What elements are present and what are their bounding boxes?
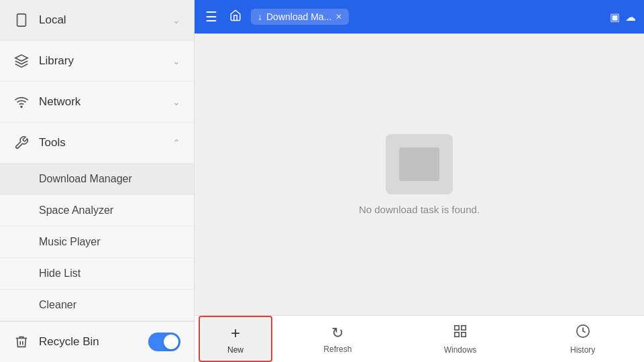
refresh-button[interactable]: ↻ Refresh bbox=[276, 316, 399, 362]
sidebar-item-music-player[interactable]: Music Player bbox=[0, 227, 194, 258]
history-icon bbox=[576, 324, 590, 343]
svg-point-3 bbox=[21, 106, 22, 107]
history-button[interactable]: History bbox=[521, 316, 644, 362]
history-label: History bbox=[570, 345, 595, 355]
sidebar-item-cleaner[interactable]: Cleaner bbox=[0, 290, 194, 321]
library-label: Library bbox=[39, 54, 74, 68]
windows-button[interactable]: Windows bbox=[399, 316, 522, 362]
download-manager-tab[interactable]: ↓ Download Ma... ✕ bbox=[251, 9, 349, 25]
hamburger-icon[interactable]: ☰ bbox=[203, 6, 220, 27]
bottom-toolbar: + New ↻ Refresh Windows History bbox=[195, 315, 644, 362]
content-area: No download task is found. bbox=[195, 34, 644, 315]
wifi-icon bbox=[13, 94, 30, 110]
wrench-icon bbox=[13, 135, 30, 151]
svg-rect-0 bbox=[17, 14, 26, 26]
empty-state-icon bbox=[386, 134, 453, 194]
refresh-icon: ↻ bbox=[331, 324, 343, 342]
trash-icon bbox=[13, 334, 30, 350]
window-icon[interactable]: ▣ bbox=[610, 11, 620, 23]
library-chevron: ⌄ bbox=[172, 56, 180, 66]
network-label: Network bbox=[39, 95, 80, 109]
tools-submenu: Download Manager Space Analyzer Music Pl… bbox=[0, 164, 194, 321]
recycle-bin-label: Recycle Bin bbox=[39, 335, 99, 349]
download-arrow-icon: ↓ bbox=[258, 11, 262, 22]
recycle-bin-toggle[interactable] bbox=[148, 333, 180, 351]
svg-rect-7 bbox=[462, 332, 466, 336]
tab-label: Download Ma... bbox=[266, 11, 331, 22]
new-button[interactable]: + New bbox=[199, 316, 272, 362]
local-label: Local bbox=[39, 13, 66, 27]
layers-icon bbox=[13, 53, 30, 69]
empty-icon-inner bbox=[399, 147, 439, 181]
phone-icon bbox=[13, 12, 30, 28]
svg-rect-6 bbox=[455, 332, 459, 336]
windows-icon bbox=[453, 324, 468, 343]
sidebar: Local ⌄ Library ⌄ Network ⌄ bbox=[0, 0, 195, 362]
sidebar-item-network[interactable]: Network ⌄ bbox=[0, 82, 194, 123]
svg-rect-4 bbox=[455, 325, 459, 329]
empty-message: No download task is found. bbox=[359, 204, 480, 215]
refresh-label: Refresh bbox=[323, 345, 352, 354]
local-chevron: ⌄ bbox=[172, 15, 180, 25]
windows-label: Windows bbox=[444, 345, 477, 355]
sidebar-item-tools[interactable]: Tools ⌃ bbox=[0, 123, 194, 164]
sidebar-item-download-manager[interactable]: Download Manager bbox=[0, 164, 194, 195]
home-icon[interactable] bbox=[227, 7, 244, 27]
sidebar-item-space-analyzer[interactable]: Space Analyzer bbox=[0, 195, 194, 227]
network-chevron: ⌄ bbox=[172, 97, 180, 107]
top-bar-right: ▣ ☁ bbox=[610, 11, 636, 23]
top-bar: ☰ ↓ Download Ma... ✕ ▣ ☁ bbox=[195, 0, 644, 34]
plus-icon: + bbox=[231, 324, 240, 343]
new-label: New bbox=[227, 345, 244, 355]
sidebar-item-local[interactable]: Local ⌄ bbox=[0, 0, 194, 41]
sidebar-recycle-bin[interactable]: Recycle Bin bbox=[0, 321, 194, 362]
svg-rect-5 bbox=[462, 325, 466, 329]
sidebar-item-hide-list[interactable]: Hide List bbox=[0, 258, 194, 290]
sidebar-item-library[interactable]: Library ⌄ bbox=[0, 41, 194, 82]
cloud-icon[interactable]: ☁ bbox=[625, 11, 636, 23]
tools-label: Tools bbox=[39, 136, 66, 149]
main-area: ☰ ↓ Download Ma... ✕ ▣ ☁ No download tas… bbox=[195, 0, 644, 362]
svg-marker-2 bbox=[15, 55, 28, 61]
tools-chevron: ⌃ bbox=[172, 137, 180, 148]
tab-close-icon[interactable]: ✕ bbox=[335, 12, 342, 21]
